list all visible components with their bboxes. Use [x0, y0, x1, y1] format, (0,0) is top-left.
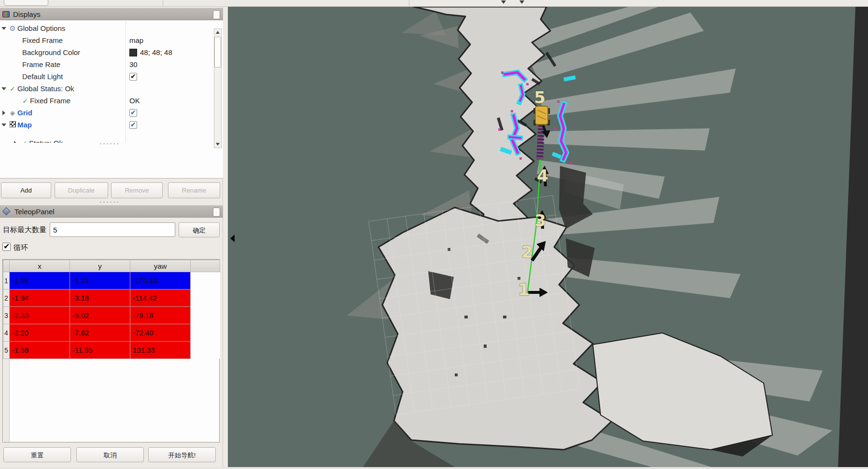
dropdown-caret-icon[interactable]: [501, 0, 506, 4]
background-color-value[interactable]: 48; 48; 48: [129, 48, 172, 56]
expand-arrow-icon[interactable]: [12, 141, 19, 143]
gear-icon: ⚙: [8, 24, 17, 33]
tree-row-global-status[interactable]: ✓ Global Status: Ok: [0, 83, 212, 95]
table-row[interactable]: 2-1.94-3.18-114.42: [3, 290, 220, 307]
waypoint-label-4: 4: [537, 166, 548, 185]
waypoint-label-2: 2: [521, 242, 533, 262]
cell-filler: [191, 272, 220, 290]
robot-body: [535, 106, 548, 124]
table-row[interactable]: 4-2.20-7.62-72.40: [3, 324, 220, 342]
row-number[interactable]: 4: [3, 324, 10, 342]
toolbar-button-fragment[interactable]: [4, 0, 48, 6]
window-bottom-edge: [0, 467, 868, 469]
splitter-handle[interactable]: [99, 143, 120, 145]
map-enabled-checkbox[interactable]: [129, 121, 137, 129]
displays-panel-titlebar[interactable]: Displays: [0, 8, 223, 20]
goal-table[interactable]: x y yaw 1-1.98-1.23-170.432-1.94-3.18-11…: [2, 259, 220, 442]
cell-x[interactable]: -1.94: [10, 290, 70, 307]
add-display-button[interactable]: Add: [1, 182, 51, 198]
teleop-panel-icon: [2, 207, 11, 216]
cell-yaw[interactable]: -170.43: [130, 272, 191, 290]
waypoint-label-3: 3: [534, 211, 546, 230]
dropdown-caret-icon[interactable]: [519, 0, 524, 4]
displays-tree: ⚙ Global Options Fixed Frame map Backgro…: [0, 20, 223, 179]
render-viewport[interactable]: 12345: [228, 7, 868, 467]
cell-yaw[interactable]: -72.40: [130, 324, 191, 342]
rename-display-button[interactable]: Rename: [168, 182, 220, 198]
cell-yaw[interactable]: -114.42: [130, 290, 191, 307]
splitter-handle[interactable]: [99, 201, 120, 203]
cell-y[interactable]: -11.55: [70, 342, 130, 359]
tree-row-map-status-clipped[interactable]: ✓ Status: Ok: [0, 137, 212, 143]
expand-arrow-icon[interactable]: [0, 124, 8, 126]
loop-checkbox[interactable]: [2, 243, 11, 251]
table-row[interactable]: 1-1.98-1.23-170.43: [3, 272, 220, 290]
side-panel: Displays ⚙ Global Options Fixed Frame ma…: [0, 7, 223, 467]
scrollbar-thumb[interactable]: [214, 37, 221, 68]
column-x[interactable]: x: [10, 260, 70, 272]
row-number[interactable]: 5: [3, 342, 10, 359]
displays-panel-title: Displays: [13, 10, 41, 18]
panel-float-button[interactable]: [213, 10, 220, 19]
tree-row-grid[interactable]: ◈ Grid: [0, 107, 212, 119]
cell-filler: [191, 324, 220, 342]
grid-enabled-checkbox[interactable]: [129, 109, 137, 117]
cell-filler: [191, 307, 220, 324]
teleop-panel-title: TeleopPanel: [14, 207, 55, 216]
row-number[interactable]: 3: [3, 307, 10, 324]
expand-arrow-icon[interactable]: [0, 87, 8, 90]
cell-x[interactable]: -2.33: [10, 307, 70, 324]
fixed-frame-status: OK: [129, 97, 140, 105]
loop-label: 循环: [14, 243, 28, 252]
tree-row-default-light[interactable]: Default Light: [0, 70, 212, 83]
expand-arrow-icon[interactable]: [0, 27, 8, 30]
map-display-icon: [8, 121, 17, 129]
top-toolbar-fragment: [0, 0, 868, 7]
confirm-button[interactable]: 确定: [179, 222, 220, 237]
cell-y[interactable]: -1.23: [70, 272, 130, 290]
cell-y[interactable]: -3.18: [70, 290, 130, 307]
cell-filler: [191, 290, 220, 307]
frame-rate-value[interactable]: 30: [129, 60, 138, 69]
tree-scrollbar[interactable]: [214, 28, 222, 148]
cell-y[interactable]: -5.02: [70, 307, 130, 324]
tree-row-status-fixed-frame[interactable]: ✓ Fixed Frame OK: [0, 95, 212, 107]
tree-row-map[interactable]: Map: [0, 119, 212, 131]
waypoint-label-1: 1: [518, 280, 530, 299]
cell-yaw[interactable]: -79.18: [130, 307, 191, 324]
reset-button[interactable]: 重置: [3, 447, 71, 462]
color-swatch[interactable]: [129, 49, 137, 56]
scroll-up-icon[interactable]: [214, 29, 221, 36]
scroll-down-icon[interactable]: [214, 141, 221, 148]
cell-x[interactable]: -1.98: [10, 272, 70, 290]
row-number[interactable]: 2: [3, 290, 10, 307]
duplicate-display-button[interactable]: Duplicate: [55, 182, 108, 198]
panel-float-button[interactable]: [213, 207, 220, 217]
cell-x[interactable]: -1.59: [10, 342, 70, 359]
cell-yaw[interactable]: 101.33: [130, 342, 191, 359]
status-ok-icon: ✓: [20, 97, 30, 105]
max-goal-input[interactable]: [50, 222, 175, 237]
remove-display-button[interactable]: Remove: [111, 182, 163, 198]
cell-x[interactable]: -2.20: [10, 324, 70, 342]
table-row[interactable]: 3-2.33-5.02-79.18: [3, 307, 220, 324]
table-row[interactable]: 5-1.59-11.55101.33: [3, 342, 220, 359]
tree-row-global-options[interactable]: ⚙ Global Options: [0, 22, 212, 34]
expand-arrow-icon[interactable]: [0, 110, 8, 115]
start-navigation-button[interactable]: 开始导航!: [148, 447, 216, 462]
default-light-checkbox[interactable]: [129, 73, 137, 81]
tree-row-background-color[interactable]: Background Color 48; 48; 48: [0, 46, 212, 58]
fixed-frame-value[interactable]: map: [129, 36, 143, 44]
max-goal-label: 目标最大数量: [3, 225, 46, 234]
teleop-panel-titlebar[interactable]: TeleopPanel: [0, 205, 223, 218]
column-yaw[interactable]: yaw: [130, 260, 191, 272]
status-ok-icon: ✓: [8, 85, 17, 93]
cell-y[interactable]: -7.62: [70, 324, 130, 342]
tree-row-frame-rate[interactable]: Frame Rate 30: [0, 58, 212, 70]
cancel-button[interactable]: 取消: [76, 447, 144, 462]
tree-row-fixed-frame[interactable]: Fixed Frame map: [0, 34, 212, 46]
row-number[interactable]: 1: [3, 272, 10, 290]
column-y[interactable]: y: [70, 260, 130, 272]
cell-filler: [191, 342, 220, 359]
displays-icon: [2, 11, 10, 17]
